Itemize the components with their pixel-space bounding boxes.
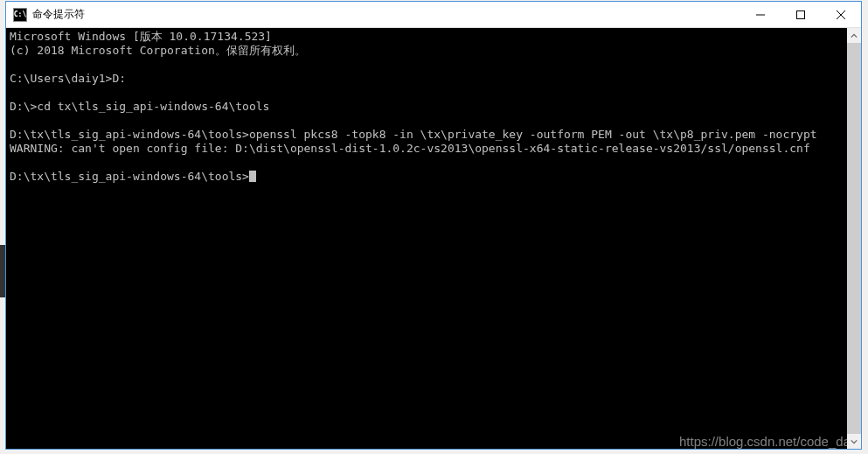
window-title: 命令提示符 (32, 7, 740, 22)
svg-rect-1 (797, 11, 805, 19)
terminal-area: Microsoft Windows [版本 10.0.17134.523] (c… (6, 28, 861, 449)
terminal-output[interactable]: Microsoft Windows [版本 10.0.17134.523] (c… (6, 28, 847, 449)
cursor (249, 171, 256, 182)
chevron-up-icon (851, 32, 858, 39)
scrollbar[interactable] (847, 28, 861, 449)
cmd-window: C:\ 命令提示符 Microsoft Windows [版本 10.0.171… (5, 1, 862, 450)
maximize-button[interactable] (781, 2, 821, 28)
minimize-icon (756, 10, 765, 19)
titlebar-buttons (740, 2, 861, 27)
scroll-down-button[interactable] (847, 434, 861, 449)
minimize-button[interactable] (740, 2, 781, 28)
cmd-icon: C:\ (13, 8, 27, 22)
scroll-up-button[interactable] (847, 28, 861, 43)
titlebar[interactable]: C:\ 命令提示符 (6, 2, 861, 28)
maximize-icon (796, 10, 805, 19)
scrollbar-track[interactable] (847, 43, 861, 434)
close-button[interactable] (821, 2, 861, 28)
scrollbar-thumb[interactable] (847, 43, 861, 434)
close-icon (837, 10, 845, 19)
chevron-down-icon (851, 438, 858, 445)
